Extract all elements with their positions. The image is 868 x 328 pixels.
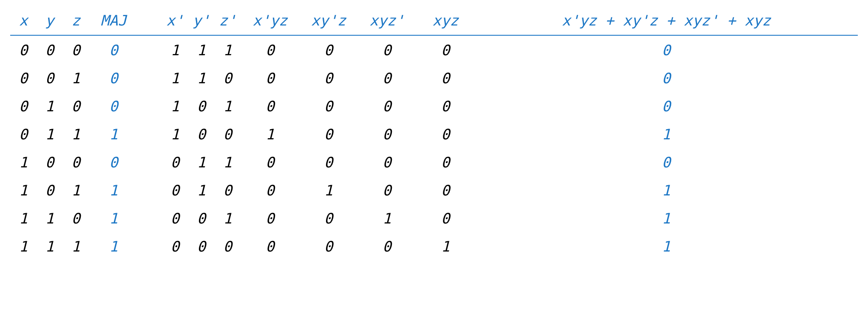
cell: 0: [215, 176, 241, 204]
cell: 1: [10, 232, 37, 260]
cell: 0: [63, 204, 89, 232]
table-header-row: x y z MAJ x' y' z' x'yz xy'z xyz' xyz x'…: [10, 8, 858, 35]
cell: 1: [241, 120, 299, 148]
cell: 0: [162, 204, 188, 232]
cell: 0: [475, 64, 858, 92]
cell: 0: [241, 204, 299, 232]
table-row: 100001100000: [10, 148, 858, 176]
cell: 0: [416, 176, 475, 204]
cell: 0: [416, 204, 475, 232]
col-header-gap: [138, 8, 162, 35]
cell: 1: [215, 204, 241, 232]
cell: 1: [215, 92, 241, 120]
cell: 0: [299, 120, 358, 148]
cell: 1: [162, 35, 188, 64]
cell: 1: [475, 120, 858, 148]
table-body: 0000111000000010110000000100101000000111…: [10, 35, 858, 260]
cell: 0: [241, 92, 299, 120]
cell: 1: [188, 148, 215, 176]
cell: 1: [215, 148, 241, 176]
cell: 0: [162, 232, 188, 260]
col-header-t3: xyz': [358, 8, 417, 35]
cell: 0: [358, 64, 417, 92]
table-row: 011110010001: [10, 120, 858, 148]
cell: 0: [299, 92, 358, 120]
cell: 0: [215, 120, 241, 148]
cell: 0: [215, 232, 241, 260]
cell: 0: [358, 148, 417, 176]
cell: 0: [188, 92, 215, 120]
cell: 1: [89, 176, 138, 204]
cell: 0: [37, 176, 63, 204]
col-header-t2: xy'z: [299, 8, 358, 35]
cell: 1: [89, 120, 138, 148]
cell: 1: [299, 176, 358, 204]
table-row: 001011000000: [10, 64, 858, 92]
table-row: 110100100101: [10, 204, 858, 232]
cell-gap: [138, 64, 162, 92]
cell: 0: [475, 35, 858, 64]
cell: 1: [188, 176, 215, 204]
col-header-z: z: [63, 8, 89, 35]
cell: 0: [162, 148, 188, 176]
col-header-maj: MAJ: [89, 8, 138, 35]
cell: 0: [188, 232, 215, 260]
col-header-xp: x': [162, 8, 188, 35]
col-header-x: x: [10, 8, 37, 35]
cell: 1: [89, 204, 138, 232]
cell: 0: [89, 92, 138, 120]
cell: 1: [162, 64, 188, 92]
cell: 0: [241, 148, 299, 176]
cell: 1: [89, 232, 138, 260]
cell: 0: [416, 64, 475, 92]
cell: 1: [188, 64, 215, 92]
col-header-t4: xyz: [416, 8, 475, 35]
cell: 1: [37, 204, 63, 232]
cell: 0: [416, 92, 475, 120]
cell: 1: [215, 35, 241, 64]
cell-gap: [138, 35, 162, 64]
cell: 1: [416, 232, 475, 260]
truth-table: x y z MAJ x' y' z' x'yz xy'z xyz' xyz x'…: [10, 8, 858, 260]
cell: 1: [10, 204, 37, 232]
cell: 0: [358, 92, 417, 120]
cell-gap: [138, 204, 162, 232]
table-row: 101101001001: [10, 176, 858, 204]
cell: 0: [358, 232, 417, 260]
cell: 0: [10, 120, 37, 148]
col-header-zp: z': [215, 8, 241, 35]
cell: 0: [63, 92, 89, 120]
cell-gap: [138, 176, 162, 204]
cell: 0: [241, 232, 299, 260]
cell: 1: [37, 232, 63, 260]
cell: 0: [416, 148, 475, 176]
cell: 0: [358, 35, 417, 64]
table-row: 111100000011: [10, 232, 858, 260]
cell: 0: [10, 35, 37, 64]
cell: 1: [188, 35, 215, 64]
cell: 1: [63, 64, 89, 92]
cell: 0: [37, 148, 63, 176]
cell: 0: [37, 35, 63, 64]
cell: 0: [299, 204, 358, 232]
table-row: 000011100000: [10, 35, 858, 64]
cell: 0: [37, 64, 63, 92]
cell: 0: [358, 176, 417, 204]
cell: 1: [475, 232, 858, 260]
cell: 0: [89, 64, 138, 92]
cell-gap: [138, 148, 162, 176]
cell: 1: [63, 232, 89, 260]
cell: 0: [299, 35, 358, 64]
cell: 0: [475, 92, 858, 120]
cell: 1: [37, 92, 63, 120]
cell: 1: [475, 204, 858, 232]
cell: 1: [162, 120, 188, 148]
cell: 0: [10, 92, 37, 120]
cell: 0: [299, 232, 358, 260]
cell: 0: [416, 35, 475, 64]
col-header-sum: x'yz + xy'z + xyz' + xyz: [475, 8, 858, 35]
cell: 0: [416, 120, 475, 148]
cell: 0: [63, 35, 89, 64]
cell: 0: [299, 64, 358, 92]
cell: 1: [63, 120, 89, 148]
